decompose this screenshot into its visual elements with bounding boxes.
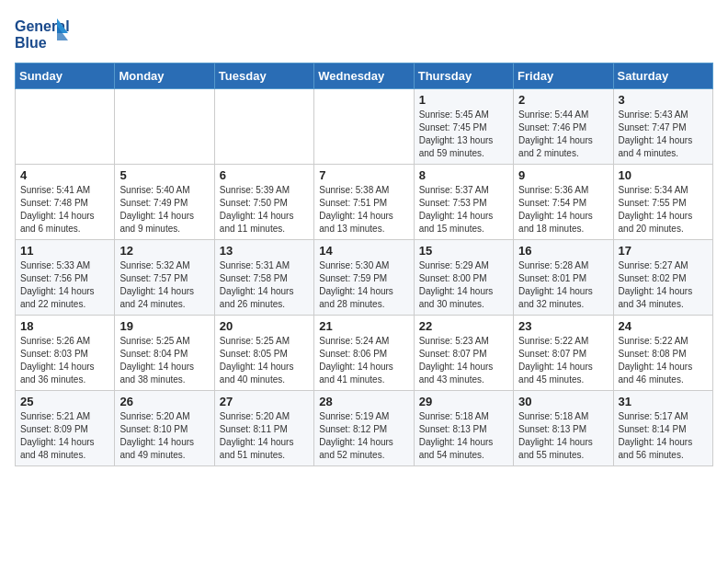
calendar-cell: 11Sunrise: 5:33 AM Sunset: 7:56 PM Dayli… — [16, 240, 115, 316]
week-row-3: 18Sunrise: 5:26 AM Sunset: 8:03 PM Dayli… — [16, 316, 713, 391]
day-detail: Sunrise: 5:25 AM Sunset: 8:05 PM Dayligh… — [220, 335, 309, 386]
logo: GeneralBlue — [15, 15, 70, 53]
calendar-cell: 25Sunrise: 5:21 AM Sunset: 8:09 PM Dayli… — [16, 391, 115, 466]
day-detail: Sunrise: 5:20 AM Sunset: 8:10 PM Dayligh… — [119, 410, 209, 462]
week-row-4: 25Sunrise: 5:21 AM Sunset: 8:09 PM Dayli… — [16, 391, 713, 466]
day-number: 29 — [419, 395, 508, 408]
day-number: 26 — [119, 395, 209, 408]
day-number: 1 — [419, 93, 508, 107]
calendar-cell — [16, 89, 115, 165]
calendar-cell: 3Sunrise: 5:43 AM Sunset: 7:47 PM Daylig… — [613, 89, 712, 165]
calendar-table: SundayMondayTuesdayWednesdayThursdayFrid… — [15, 63, 713, 466]
day-detail: Sunrise: 5:43 AM Sunset: 7:47 PM Dayligh… — [619, 109, 708, 160]
calendar-cell: 1Sunrise: 5:45 AM Sunset: 7:45 PM Daylig… — [414, 89, 513, 165]
day-number: 2 — [518, 93, 608, 107]
day-detail: Sunrise: 5:36 AM Sunset: 7:54 PM Dayligh… — [518, 184, 608, 236]
weekday-header-sunday: Sunday — [16, 63, 115, 89]
day-detail: Sunrise: 5:32 AM Sunset: 7:57 PM Dayligh… — [119, 259, 209, 311]
weekday-header-friday: Friday — [514, 63, 613, 89]
day-number: 24 — [619, 319, 708, 333]
week-row-2: 11Sunrise: 5:33 AM Sunset: 7:56 PM Dayli… — [16, 240, 713, 316]
calendar-cell: 9Sunrise: 5:36 AM Sunset: 7:54 PM Daylig… — [514, 165, 613, 240]
calendar-cell: 28Sunrise: 5:19 AM Sunset: 8:12 PM Dayli… — [314, 391, 414, 466]
day-number: 18 — [20, 319, 109, 333]
weekday-header-wednesday: Wednesday — [314, 63, 414, 89]
day-detail: Sunrise: 5:33 AM Sunset: 7:56 PM Dayligh… — [20, 259, 109, 311]
svg-text:Blue: Blue — [15, 35, 47, 51]
day-detail: Sunrise: 5:45 AM Sunset: 7:45 PM Dayligh… — [419, 109, 508, 160]
day-number: 30 — [518, 395, 608, 408]
day-detail: Sunrise: 5:17 AM Sunset: 8:14 PM Dayligh… — [619, 410, 708, 462]
day-detail: Sunrise: 5:41 AM Sunset: 7:48 PM Dayligh… — [20, 184, 109, 236]
calendar-cell: 10Sunrise: 5:34 AM Sunset: 7:55 PM Dayli… — [613, 165, 712, 240]
calendar-cell — [214, 89, 313, 165]
day-number: 5 — [119, 168, 209, 182]
calendar-cell: 6Sunrise: 5:39 AM Sunset: 7:50 PM Daylig… — [214, 165, 313, 240]
day-detail: Sunrise: 5:25 AM Sunset: 8:04 PM Dayligh… — [119, 335, 209, 386]
calendar-cell: 15Sunrise: 5:29 AM Sunset: 8:00 PM Dayli… — [414, 240, 513, 316]
weekday-header-tuesday: Tuesday — [214, 63, 313, 89]
day-number: 14 — [319, 244, 408, 258]
calendar-cell: 21Sunrise: 5:24 AM Sunset: 8:06 PM Dayli… — [314, 316, 414, 391]
day-number: 8 — [419, 168, 508, 182]
calendar-cell: 5Sunrise: 5:40 AM Sunset: 7:49 PM Daylig… — [115, 165, 214, 240]
calendar-cell: 31Sunrise: 5:17 AM Sunset: 8:14 PM Dayli… — [613, 391, 712, 466]
calendar-cell: 30Sunrise: 5:18 AM Sunset: 8:13 PM Dayli… — [514, 391, 613, 466]
day-detail: Sunrise: 5:22 AM Sunset: 8:07 PM Dayligh… — [518, 335, 608, 386]
calendar-cell: 26Sunrise: 5:20 AM Sunset: 8:10 PM Dayli… — [115, 391, 214, 466]
calendar-cell: 24Sunrise: 5:22 AM Sunset: 8:08 PM Dayli… — [613, 316, 712, 391]
day-number: 22 — [419, 319, 508, 333]
day-detail: Sunrise: 5:18 AM Sunset: 8:13 PM Dayligh… — [518, 410, 608, 462]
day-detail: Sunrise: 5:18 AM Sunset: 8:13 PM Dayligh… — [419, 410, 508, 462]
day-detail: Sunrise: 5:44 AM Sunset: 7:46 PM Dayligh… — [518, 109, 608, 160]
calendar-cell: 4Sunrise: 5:41 AM Sunset: 7:48 PM Daylig… — [16, 165, 115, 240]
calendar-cell: 16Sunrise: 5:28 AM Sunset: 8:01 PM Dayli… — [514, 240, 613, 316]
calendar-cell: 22Sunrise: 5:23 AM Sunset: 8:07 PM Dayli… — [414, 316, 513, 391]
day-number: 20 — [220, 319, 309, 333]
calendar-cell: 12Sunrise: 5:32 AM Sunset: 7:57 PM Dayli… — [115, 240, 214, 316]
calendar-cell: 7Sunrise: 5:38 AM Sunset: 7:51 PM Daylig… — [314, 165, 414, 240]
calendar-cell — [115, 89, 214, 165]
day-detail: Sunrise: 5:19 AM Sunset: 8:12 PM Dayligh… — [319, 410, 408, 462]
day-number: 7 — [319, 168, 408, 182]
day-detail: Sunrise: 5:34 AM Sunset: 7:55 PM Dayligh… — [619, 184, 708, 236]
day-detail: Sunrise: 5:40 AM Sunset: 7:49 PM Dayligh… — [119, 184, 209, 236]
day-detail: Sunrise: 5:27 AM Sunset: 8:02 PM Dayligh… — [619, 259, 708, 311]
day-number: 6 — [220, 168, 309, 182]
day-number: 19 — [119, 319, 209, 333]
weekday-header-thursday: Thursday — [414, 63, 513, 89]
header: GeneralBlue — [15, 15, 713, 53]
day-detail: Sunrise: 5:29 AM Sunset: 8:00 PM Dayligh… — [419, 259, 508, 311]
day-number: 23 — [518, 319, 608, 333]
weekday-header-saturday: Saturday — [613, 63, 712, 89]
week-row-0: 1Sunrise: 5:45 AM Sunset: 7:45 PM Daylig… — [16, 89, 713, 165]
day-detail: Sunrise: 5:30 AM Sunset: 7:59 PM Dayligh… — [319, 259, 408, 311]
calendar-cell: 29Sunrise: 5:18 AM Sunset: 8:13 PM Dayli… — [414, 391, 513, 466]
calendar-cell: 18Sunrise: 5:26 AM Sunset: 8:03 PM Dayli… — [16, 316, 115, 391]
day-detail: Sunrise: 5:22 AM Sunset: 8:08 PM Dayligh… — [619, 335, 708, 386]
day-detail: Sunrise: 5:39 AM Sunset: 7:50 PM Dayligh… — [220, 184, 309, 236]
calendar-cell — [314, 89, 414, 165]
day-number: 17 — [619, 244, 708, 258]
day-detail: Sunrise: 5:23 AM Sunset: 8:07 PM Dayligh… — [419, 335, 508, 386]
day-detail: Sunrise: 5:28 AM Sunset: 8:01 PM Dayligh… — [518, 259, 608, 311]
day-number: 25 — [20, 395, 109, 408]
day-detail: Sunrise: 5:37 AM Sunset: 7:53 PM Dayligh… — [419, 184, 508, 236]
calendar-cell: 13Sunrise: 5:31 AM Sunset: 7:58 PM Dayli… — [214, 240, 313, 316]
calendar-cell: 19Sunrise: 5:25 AM Sunset: 8:04 PM Dayli… — [115, 316, 214, 391]
day-detail: Sunrise: 5:20 AM Sunset: 8:11 PM Dayligh… — [220, 410, 309, 462]
day-number: 3 — [619, 93, 708, 107]
calendar-cell: 2Sunrise: 5:44 AM Sunset: 7:46 PM Daylig… — [514, 89, 613, 165]
calendar-cell: 8Sunrise: 5:37 AM Sunset: 7:53 PM Daylig… — [414, 165, 513, 240]
calendar-cell: 14Sunrise: 5:30 AM Sunset: 7:59 PM Dayli… — [314, 240, 414, 316]
day-number: 10 — [619, 168, 708, 182]
calendar-cell: 20Sunrise: 5:25 AM Sunset: 8:05 PM Dayli… — [214, 316, 313, 391]
day-number: 13 — [220, 244, 309, 258]
week-row-1: 4Sunrise: 5:41 AM Sunset: 7:48 PM Daylig… — [16, 165, 713, 240]
day-detail: Sunrise: 5:31 AM Sunset: 7:58 PM Dayligh… — [220, 259, 309, 311]
day-number: 21 — [319, 319, 408, 333]
calendar-cell: 17Sunrise: 5:27 AM Sunset: 8:02 PM Dayli… — [613, 240, 712, 316]
day-number: 11 — [20, 244, 109, 258]
logo-svg: GeneralBlue — [15, 15, 70, 53]
day-detail: Sunrise: 5:24 AM Sunset: 8:06 PM Dayligh… — [319, 335, 408, 386]
